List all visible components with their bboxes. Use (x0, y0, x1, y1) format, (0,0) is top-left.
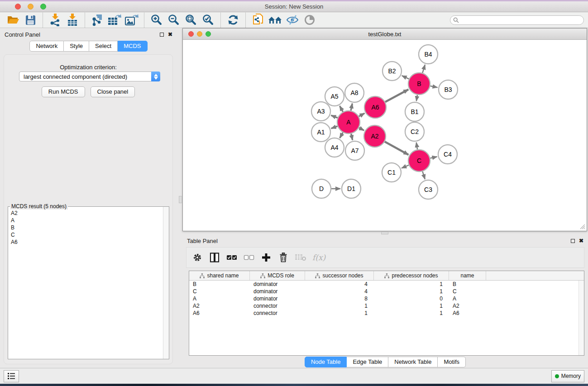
result-item[interactable]: C (11, 231, 163, 238)
table-row[interactable]: Bdominator41B (189, 281, 584, 288)
network-node[interactable]: A5 (325, 87, 344, 106)
network-edge[interactable] (416, 95, 417, 101)
close-panel-button[interactable]: Close panel (91, 86, 135, 97)
close-table-panel-icon[interactable]: ✖ (579, 238, 583, 243)
column-header[interactable]: name (449, 271, 486, 280)
network-node[interactable]: A6 (364, 96, 386, 118)
select-all-icon[interactable] (225, 251, 238, 264)
zoom-out-icon[interactable] (167, 13, 181, 27)
network-node[interactable]: B3 (439, 80, 458, 99)
network-edge[interactable] (422, 172, 425, 179)
network-node[interactable]: D1 (342, 179, 361, 198)
run-mcds-button[interactable]: Run MCDS (42, 86, 85, 97)
task-history-button[interactable] (4, 370, 19, 382)
network-node[interactable]: B (408, 73, 430, 95)
network-edge[interactable] (402, 165, 409, 168)
network-node[interactable]: A4 (325, 138, 344, 157)
network-node[interactable]: C3 (419, 180, 438, 199)
tab-motifs[interactable]: Motifs (438, 357, 466, 367)
network-node[interactable]: B4 (419, 45, 438, 64)
network-node[interactable]: D (312, 179, 331, 198)
result-scrollbar[interactable] (163, 207, 169, 359)
result-item[interactable]: B (11, 224, 163, 231)
network-node[interactable]: B2 (382, 62, 402, 81)
tab-network-table[interactable]: Network Table (388, 357, 438, 367)
search-input[interactable] (450, 15, 584, 25)
tab-select[interactable]: Select (89, 41, 118, 52)
network-node[interactable]: A1 (311, 123, 330, 142)
network-edge[interactable] (339, 106, 343, 112)
column-header[interactable]: successor nodes (305, 271, 374, 280)
network-node[interactable]: A (337, 111, 360, 133)
network-edge[interactable] (422, 65, 425, 73)
network-node[interactable]: C1 (382, 163, 401, 182)
network-node[interactable]: B1 (405, 102, 424, 121)
network-node[interactable]: A7 (345, 141, 364, 160)
network-edge[interactable] (385, 142, 408, 155)
network-edge[interactable] (430, 157, 437, 158)
network-edge[interactable] (351, 133, 353, 140)
tab-network[interactable]: Network (29, 41, 64, 52)
export-table-icon[interactable] (107, 13, 122, 27)
network-edge[interactable] (402, 76, 409, 79)
result-item[interactable]: A (11, 217, 163, 224)
vertical-splitter-handle[interactable] (179, 196, 182, 203)
zoom-selected-icon[interactable] (201, 13, 215, 27)
delete-column-icon[interactable] (277, 251, 290, 264)
home-icon[interactable] (268, 13, 282, 27)
table-row[interactable]: Adominator80A (189, 295, 584, 302)
export-network-icon[interactable] (90, 13, 105, 27)
memory-button[interactable]: Memory (551, 370, 584, 382)
network-edge[interactable] (351, 104, 352, 111)
network-node[interactable]: A8 (345, 83, 364, 102)
refresh-view-icon[interactable] (226, 13, 240, 27)
network-edge[interactable] (385, 90, 408, 102)
open-session-icon[interactable] (6, 13, 20, 27)
network-edge[interactable] (359, 113, 365, 116)
network-node[interactable]: C (408, 150, 430, 172)
tab-node-table[interactable]: Node Table (305, 357, 347, 367)
table-scrollbar[interactable] (578, 281, 584, 355)
table-row[interactable]: A2connector11A2 (189, 302, 584, 310)
show-columns-icon[interactable] (208, 251, 221, 264)
deselect-all-icon[interactable] (243, 251, 255, 264)
column-header[interactable]: predecessor nodes (374, 271, 449, 280)
column-header[interactable]: MCDS role (250, 271, 305, 280)
network-edge[interactable] (331, 115, 337, 118)
table-row[interactable]: A6connector11A6 (189, 310, 584, 317)
network-edge[interactable] (430, 86, 437, 87)
birds-eye-view-icon[interactable] (302, 13, 317, 27)
network-edge[interactable] (359, 128, 364, 130)
table-row[interactable]: Cdominator41C (189, 288, 584, 295)
tab-edge-table[interactable]: Edge Table (347, 357, 388, 367)
tab-style[interactable]: Style (64, 41, 89, 52)
table-options-icon[interactable] (191, 251, 204, 264)
result-item[interactable]: A6 (11, 238, 163, 246)
float-table-panel-icon[interactable] (571, 239, 575, 243)
zoom-in-icon[interactable] (149, 13, 164, 27)
clone-network-icon[interactable] (251, 13, 265, 27)
add-column-icon[interactable] (260, 251, 272, 264)
network-window-titlebar[interactable]: testGlobe.txt (183, 29, 587, 40)
network-node[interactable]: A2 (364, 125, 386, 147)
network-node[interactable]: C2 (405, 122, 424, 141)
function-builder-icon[interactable]: f(x) (312, 253, 325, 262)
save-session-icon[interactable] (23, 13, 38, 27)
zoom-fit-icon[interactable] (184, 13, 198, 27)
network-edge[interactable] (331, 126, 338, 129)
network-node[interactable]: C4 (438, 145, 457, 164)
network-node[interactable]: A3 (311, 102, 330, 121)
column-header[interactable]: shared name (189, 271, 250, 280)
delete-table-icon[interactable] (294, 251, 307, 264)
result-item[interactable]: A2 (11, 210, 163, 217)
network-edge[interactable] (340, 133, 343, 138)
close-panel-icon[interactable]: ✖ (168, 32, 172, 37)
criterion-dropdown[interactable]: largest connected component (directed) (19, 71, 160, 81)
import-network-icon[interactable] (48, 13, 62, 27)
export-image-icon[interactable] (124, 13, 139, 27)
hide-graphics-details-icon[interactable] (285, 13, 300, 27)
resize-grip-icon[interactable] (579, 224, 585, 229)
float-panel-icon[interactable] (160, 33, 164, 37)
network-canvas[interactable]: B4B2BB3A8A5A6A3B1AA1C2A2A4A7C4CC1DD1C3 (183, 40, 587, 231)
tab-mcds[interactable]: MCDS (118, 41, 147, 52)
